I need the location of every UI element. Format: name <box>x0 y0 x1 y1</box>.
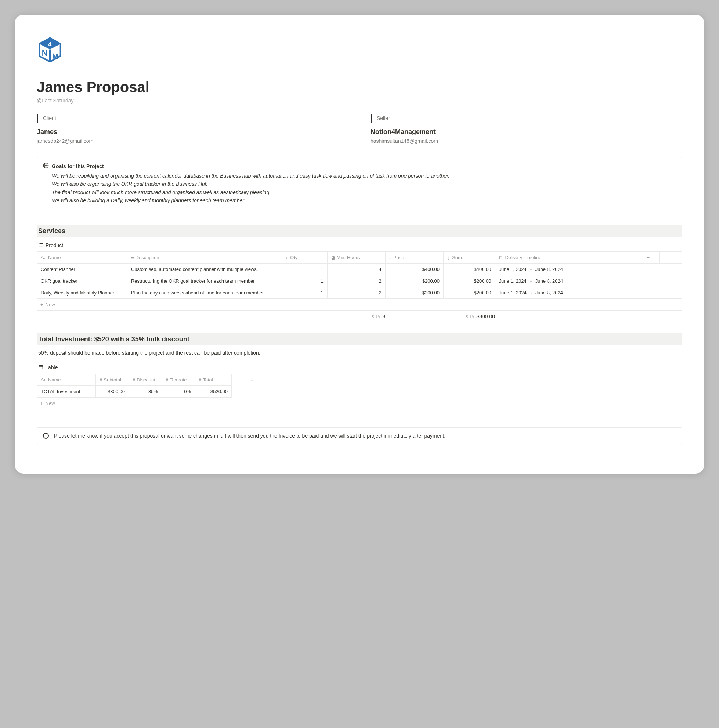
sum-total: SUM$800.00 <box>444 314 496 320</box>
investment-db-title: Table <box>46 364 58 370</box>
goals-title: Goals for this Project <box>52 164 104 169</box>
svg-text:N: N <box>42 49 48 58</box>
investment-db-title-row[interactable]: Table <box>37 362 682 374</box>
add-column-button[interactable]: + <box>637 251 659 263</box>
cell-qty[interactable]: 1 <box>282 287 327 298</box>
cell-name[interactable]: OKR goal tracker <box>37 275 127 287</box>
seller-block: Seller Notion4Management hashimsultan145… <box>370 114 682 144</box>
seller-email[interactable]: hashimsultan145@gmail.com <box>370 138 682 144</box>
cell-delivery[interactable]: June 1, 2024 → June 8, 2024 <box>495 287 637 298</box>
new-row-button[interactable]: + New <box>37 398 682 409</box>
cell-sum[interactable]: $400.00 <box>443 263 495 275</box>
services-db-title-row[interactable]: Product <box>37 239 682 251</box>
cell-description[interactable]: Customised, automated content planner wi… <box>127 263 282 275</box>
cell-qty[interactable]: 1 <box>282 263 327 275</box>
cell-name[interactable]: TOTAL Investment <box>37 385 96 397</box>
col-name[interactable]: AaName <box>37 374 96 385</box>
table-options-button[interactable]: ··· <box>659 251 682 263</box>
client-block: Client James jamesdb242@gmail.com <box>37 114 349 144</box>
page-timestamp[interactable]: @Last Saturday <box>37 98 682 104</box>
investment-table: AaName #Subtotal #Discount #Tax rate #To… <box>37 374 258 398</box>
list-icon <box>38 242 43 249</box>
services-heading[interactable]: Services <box>37 225 682 237</box>
add-column-button[interactable]: + <box>232 374 245 385</box>
cell-min-hours[interactable]: 2 <box>327 275 385 287</box>
svg-rect-15 <box>39 365 43 369</box>
col-name[interactable]: AaName <box>37 251 127 263</box>
col-qty[interactable]: #Qty <box>282 251 327 263</box>
goals-line: We will be rebuilding and organising the… <box>52 172 676 180</box>
cell-description[interactable]: Plan the days and weeks ahead of time fo… <box>127 287 282 298</box>
cell-name[interactable]: Daily, Weekly and Monthly Planner <box>37 287 127 298</box>
seller-label: Seller <box>377 115 390 121</box>
svg-point-14 <box>39 246 39 246</box>
closing-text: Please let me know if you accept this pr… <box>54 433 445 439</box>
col-description[interactable]: ≡Description <box>127 251 282 263</box>
table-options-button[interactable]: ··· <box>245 374 258 385</box>
cell-qty[interactable]: 1 <box>282 275 327 287</box>
brand-logo-icon: 4 N M <box>37 37 63 63</box>
client-label: Client <box>43 115 56 121</box>
client-email[interactable]: jamesdb242@gmail.com <box>37 138 349 144</box>
svg-text:M: M <box>52 52 58 61</box>
seller-name[interactable]: Notion4Management <box>370 128 682 136</box>
new-row-button[interactable]: + New <box>37 299 682 310</box>
logo: 4 N M <box>37 37 682 64</box>
col-total[interactable]: #Total <box>195 374 232 385</box>
svg-text:4: 4 <box>49 41 52 47</box>
cell-delivery[interactable]: June 1, 2024 → June 8, 2024 <box>495 263 637 275</box>
cell-min-hours[interactable]: 4 <box>327 263 385 275</box>
table-row[interactable]: Content Planner Customised, automated co… <box>37 263 682 275</box>
col-price[interactable]: #Price <box>385 251 443 263</box>
services-sum-row: SUM8 SUM$800.00 <box>37 310 682 322</box>
cell-subtotal[interactable]: $800.00 <box>96 385 129 397</box>
goals-body: We will be rebuilding and organising the… <box>43 172 676 205</box>
plus-icon: + <box>40 302 43 307</box>
services-db-title: Product <box>46 242 63 248</box>
svg-point-8 <box>46 165 47 166</box>
cell-discount[interactable]: 35% <box>129 385 162 397</box>
cell-price[interactable]: $200.00 <box>385 287 443 298</box>
col-discount[interactable]: #Discount <box>129 374 162 385</box>
proposal-page: 4 N M James Proposal @Last Saturday Clie… <box>15 15 704 474</box>
cell-name[interactable]: Content Planner <box>37 263 127 275</box>
services-table: AaName ≡Description #Qty ◕Min. Hours #Pr… <box>37 251 682 299</box>
col-min-hours[interactable]: ◕Min. Hours <box>327 251 385 263</box>
cell-delivery[interactable]: June 1, 2024 → June 8, 2024 <box>495 275 637 287</box>
cell-sum[interactable]: $200.00 <box>443 275 495 287</box>
table-icon <box>38 364 43 371</box>
table-row[interactable]: OKR goal tracker Restructuring the OKR g… <box>37 275 682 287</box>
cell-tax-rate[interactable]: 0% <box>162 385 195 397</box>
target-icon <box>43 163 49 170</box>
parties-row: Client James jamesdb242@gmail.com Seller… <box>37 114 682 144</box>
cell-min-hours[interactable]: 2 <box>327 287 385 298</box>
svg-point-13 <box>39 245 39 245</box>
cell-price[interactable]: $200.00 <box>385 275 443 287</box>
goals-callout[interactable]: Goals for this Project We will be rebuil… <box>37 157 682 210</box>
col-tax-rate[interactable]: #Tax rate <box>162 374 195 385</box>
investment-heading[interactable]: Total Investment: $520 with a 35% bulk d… <box>37 333 682 346</box>
cell-description[interactable]: Restructuring the OKR goal tracker for e… <box>127 275 282 287</box>
col-sum[interactable]: ∑Sum <box>443 251 495 263</box>
deposit-note[interactable]: 50% deposit should be made before starti… <box>37 348 682 362</box>
sum-hours: SUM8 <box>327 314 385 320</box>
closing-callout[interactable]: Please let me know if you accept this pr… <box>37 427 682 444</box>
table-row[interactable]: Daily, Weekly and Monthly Planner Plan t… <box>37 287 682 298</box>
table-row[interactable]: TOTAL Investment $800.00 35% 0% $520.00 <box>37 385 258 397</box>
cell-total[interactable]: $520.00 <box>195 385 232 397</box>
cell-price[interactable]: $400.00 <box>385 263 443 275</box>
cell-sum[interactable]: $200.00 <box>443 287 495 298</box>
goals-line: We will also be organising the OKR goal … <box>52 180 676 188</box>
goals-line: We will also be building a Daily, weekly… <box>52 196 676 205</box>
plus-icon: + <box>40 401 43 406</box>
circle-icon <box>43 433 49 439</box>
goals-line: The final product will look much more st… <box>52 188 676 196</box>
page-title[interactable]: James Proposal <box>37 79 682 95</box>
svg-point-12 <box>39 243 39 243</box>
col-subtotal[interactable]: #Subtotal <box>96 374 129 385</box>
col-delivery[interactable]: 🗓Delivery Timeline <box>495 251 637 263</box>
client-name[interactable]: James <box>37 128 349 136</box>
